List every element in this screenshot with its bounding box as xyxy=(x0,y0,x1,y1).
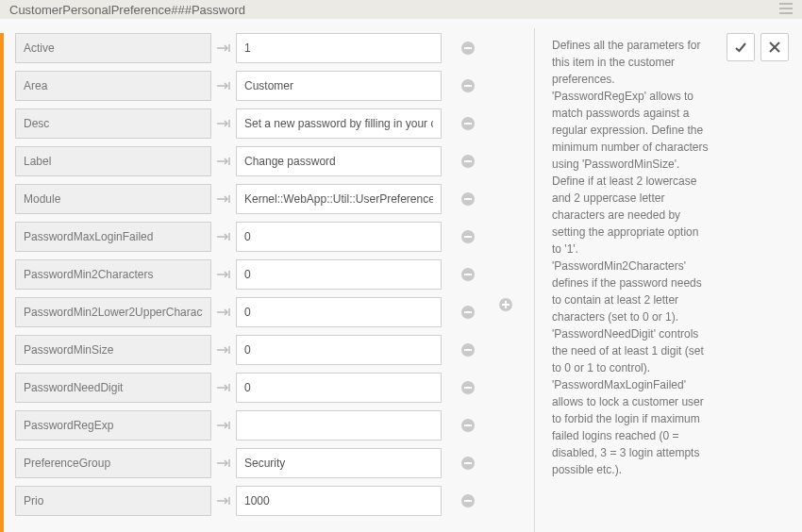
minus-icon[interactable] xyxy=(460,191,476,207)
key-input[interactable] xyxy=(15,184,211,214)
kv-row xyxy=(15,410,487,441)
value-input[interactable] xyxy=(236,259,442,290)
minus-icon[interactable] xyxy=(460,116,476,131)
key-input[interactable] xyxy=(15,71,211,101)
value-input[interactable] xyxy=(236,184,442,214)
action-buttons xyxy=(727,33,793,532)
arrow-right-icon xyxy=(217,270,230,279)
kv-row xyxy=(15,222,487,252)
key-input[interactable] xyxy=(15,108,211,139)
minus-icon[interactable] xyxy=(460,267,476,282)
arrow-right-icon xyxy=(217,119,230,128)
kv-row xyxy=(15,373,487,403)
key-input[interactable] xyxy=(15,222,211,252)
panel-body: Defines all the parameters for this item… xyxy=(0,19,802,532)
accent-bar xyxy=(0,33,4,532)
value-input[interactable] xyxy=(236,410,442,441)
kv-row xyxy=(15,71,487,101)
arrow-right-icon xyxy=(217,345,230,355)
minus-icon[interactable] xyxy=(460,229,476,244)
value-input[interactable] xyxy=(236,297,442,327)
add-row-column xyxy=(498,33,517,532)
arrow-right-icon xyxy=(217,81,230,91)
config-panel: CustomerPersonalPreference###Password De… xyxy=(0,0,802,532)
minus-icon[interactable] xyxy=(460,41,476,56)
confirm-button[interactable] xyxy=(727,33,755,61)
arrow-right-icon xyxy=(217,308,230,317)
key-input[interactable] xyxy=(15,297,211,327)
kv-row xyxy=(15,146,487,176)
hamburger-icon[interactable] xyxy=(779,3,793,17)
minus-icon[interactable] xyxy=(460,154,476,169)
key-input[interactable] xyxy=(15,259,211,290)
kv-row xyxy=(15,335,487,365)
kv-row xyxy=(15,259,487,290)
minus-icon[interactable] xyxy=(460,78,476,93)
key-input[interactable] xyxy=(15,33,211,63)
value-input[interactable] xyxy=(236,448,442,478)
minus-icon[interactable] xyxy=(460,305,476,320)
plus-icon[interactable] xyxy=(498,302,513,315)
kv-row xyxy=(15,108,487,139)
minus-icon[interactable] xyxy=(460,456,476,471)
key-input[interactable] xyxy=(15,373,211,403)
value-input[interactable] xyxy=(236,373,442,403)
description-text: Defines all the parameters for this item… xyxy=(552,33,715,532)
key-input[interactable] xyxy=(15,448,211,478)
kv-row xyxy=(15,184,487,214)
value-input[interactable] xyxy=(236,108,442,139)
value-input[interactable] xyxy=(236,222,442,252)
value-input[interactable] xyxy=(236,146,442,176)
kv-row xyxy=(15,448,487,478)
value-input[interactable] xyxy=(236,486,442,516)
arrow-right-icon xyxy=(217,194,230,204)
key-value-list xyxy=(15,33,487,532)
key-input[interactable] xyxy=(15,146,211,176)
key-input[interactable] xyxy=(15,486,211,516)
minus-icon[interactable] xyxy=(460,418,476,433)
minus-icon[interactable] xyxy=(460,342,476,357)
panel-header: CustomerPersonalPreference###Password xyxy=(0,0,802,19)
arrow-right-icon xyxy=(217,43,230,53)
kv-row xyxy=(15,33,487,63)
panel-title: CustomerPersonalPreference###Password xyxy=(9,3,245,17)
arrow-right-icon xyxy=(217,383,230,392)
minus-icon[interactable] xyxy=(460,493,476,508)
value-input[interactable] xyxy=(236,33,442,63)
vertical-divider xyxy=(534,28,535,532)
key-input[interactable] xyxy=(15,335,211,365)
kv-row xyxy=(15,297,487,327)
cancel-button[interactable] xyxy=(760,33,789,61)
value-input[interactable] xyxy=(236,71,442,101)
arrow-right-icon xyxy=(217,421,230,430)
value-input[interactable] xyxy=(236,335,442,365)
arrow-right-icon xyxy=(217,458,230,468)
key-input[interactable] xyxy=(15,410,211,441)
minus-icon[interactable] xyxy=(460,380,476,395)
kv-row xyxy=(15,486,487,516)
arrow-right-icon xyxy=(217,232,230,241)
arrow-right-icon xyxy=(217,157,230,166)
arrow-right-icon xyxy=(217,496,230,506)
